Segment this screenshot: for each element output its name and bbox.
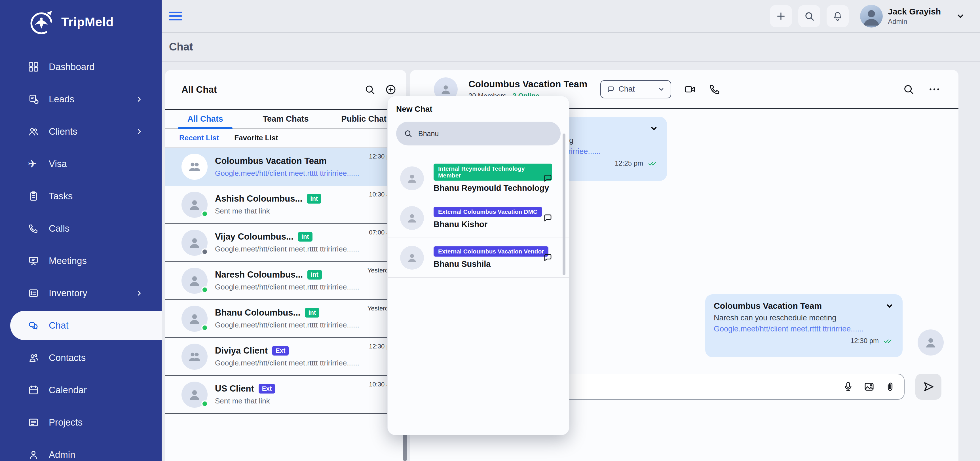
sidebar-item-visa[interactable]: ✈ Visa [0, 148, 162, 180]
chat-last-message: Sent me that link [215, 207, 321, 215]
chat-last-message: Google.meet/htt/client meet.rtttt ttriri… [215, 321, 359, 329]
chat-list-panel: All Chat All Chats Team Chats Public Cha… [165, 70, 406, 461]
contact-type-badge: Internal Reymould Technology Member [434, 164, 552, 181]
sidebar-item-label: Visa [49, 159, 67, 169]
message-options-chevron-icon[interactable] [649, 124, 659, 133]
chat-icon [28, 320, 39, 331]
user-name: Jack Grayish [888, 7, 941, 16]
start-chat-icon[interactable] [542, 173, 553, 184]
sidebar-item-tasks[interactable]: Tasks [0, 180, 162, 212]
new-chat-icon[interactable] [385, 84, 397, 95]
chat-name: Coloumbus Vacation Team [215, 156, 327, 166]
global-search-button[interactable] [798, 5, 820, 27]
modal-scrollbar[interactable] [563, 134, 565, 275]
sidebar-item-label: Admin [49, 449, 75, 460]
add-button[interactable] [770, 5, 792, 27]
sidebar-item-dashboard[interactable]: Dashboard [0, 51, 162, 83]
tab-all-chats[interactable]: All Chats [165, 110, 245, 128]
chat-list-item[interactable]: Ashish Coloumbus...Int Sent me that link… [165, 186, 406, 224]
start-chat-icon[interactable] [542, 252, 553, 263]
tripmeld-logo-icon [27, 8, 56, 36]
send-button[interactable] [915, 374, 942, 400]
contacts-icon [28, 352, 39, 364]
video-call-button[interactable] [684, 83, 696, 95]
sidebar-item-contacts[interactable]: Contacts [0, 342, 162, 374]
user-info[interactable]: Jack Grayish Admin [888, 7, 941, 25]
voice-call-button[interactable] [709, 83, 721, 95]
avatar-photo-icon [860, 5, 883, 27]
search-chats-icon[interactable] [364, 84, 376, 95]
chat-type-badge: Int [305, 308, 319, 318]
person-avatar-icon [186, 197, 203, 213]
chat-last-message: Google.meet/htt/client meet.rtttt ttriri… [215, 359, 359, 367]
new-chat-result[interactable]: External Coloumbus Vacation Vendor Bhanu… [388, 238, 569, 278]
modal-search-input[interactable] [418, 130, 553, 138]
page-title: Chat [169, 41, 193, 53]
user-avatar[interactable] [860, 5, 883, 27]
inventory-icon [28, 288, 39, 299]
message-options-chevron-icon[interactable] [885, 301, 894, 310]
bell-icon [832, 11, 843, 22]
attachment-icon[interactable] [884, 381, 896, 393]
read-receipt-icon [648, 160, 659, 167]
user-menu-chevron-icon[interactable] [956, 11, 965, 21]
calendar-icon [28, 385, 39, 396]
sidebar-item-clients[interactable]: Clients [0, 115, 162, 148]
sidebar-item-meetings[interactable]: Meetings [0, 245, 162, 277]
sidebar-item-label: Leads [49, 94, 74, 105]
person-avatar-icon [186, 310, 203, 327]
person-avatar-icon [923, 335, 939, 350]
chat-name: Naresh Coloumbus... [215, 270, 303, 280]
person-avatar-icon [405, 171, 419, 185]
sidebar-item-projects[interactable]: Projects [0, 406, 162, 439]
chat-list-item[interactable]: US ClientExt Sent me that link 10:30 am [165, 376, 406, 414]
mic-icon[interactable] [842, 381, 854, 393]
hamburger-menu-icon[interactable] [169, 10, 183, 23]
message-time: 12:25 pm [615, 159, 643, 167]
subtab-favorite-list[interactable]: Favorite List [234, 134, 278, 142]
sidebar-item-admin[interactable]: Admin [0, 439, 162, 461]
group-avatar-icon [186, 348, 203, 365]
contact-name: Bhanu Reymould Technology [434, 183, 552, 193]
projects-icon [28, 417, 39, 428]
chat-type-badge: Int [307, 194, 321, 203]
chat-list-header: All Chat [165, 70, 406, 110]
person-avatar-icon [438, 82, 453, 97]
page-title-bar: Chat [162, 33, 980, 62]
start-chat-icon[interactable] [542, 213, 553, 223]
user-role: Admin [888, 17, 941, 25]
modal-results: Internal Reymould Technology Member Bhan… [388, 159, 569, 278]
message-link[interactable]: Google.meet/htt/client meet.rtttt ttriri… [714, 324, 894, 334]
contact-name: Bhanu Kishor [434, 220, 542, 229]
chat-list-item[interactable]: Diviya ClientExt Google.meet/htt/client … [165, 338, 406, 376]
new-chat-result[interactable]: External Coloumbus Vacation DMC Bhanu Ki… [388, 198, 569, 238]
chat-list-item[interactable]: Vijay Coloumbus...Int Google.meet/htt/cl… [165, 224, 406, 262]
search-in-chat-button[interactable] [902, 83, 915, 95]
phone-icon [709, 83, 721, 95]
more-options-button[interactable] [927, 82, 942, 96]
tasks-icon [28, 191, 39, 202]
chat-type-badge: Ext [272, 346, 289, 356]
conversation-title: Coloumbus Vacation Team [468, 79, 587, 90]
chat-list-item[interactable]: Coloumbus Vacation Team Google.meet/htt/… [165, 148, 406, 186]
sidebar-item-calendar[interactable]: Calendar [0, 374, 162, 406]
sidebar-item-label: Inventory [49, 288, 88, 299]
chat-type-badge: Int [307, 270, 322, 280]
new-chat-result[interactable]: Internal Reymould Technology Member Bhan… [388, 159, 569, 198]
subtab-recent-list[interactable]: Recent List [179, 134, 219, 142]
brand-logo: TripMeld [0, 0, 162, 36]
sidebar-item-calls[interactable]: Calls [0, 212, 162, 245]
chat-tabs: All Chats Team Chats Public Chats [165, 110, 406, 129]
chat-name: US Client [215, 384, 254, 394]
sidebar-item-leads[interactable]: Leads [0, 83, 162, 115]
chat-mode-dropdown[interactable]: Chat [600, 80, 671, 99]
tab-team-chats[interactable]: Team Chats [245, 110, 326, 128]
message-time: 12:30 pm [850, 337, 879, 345]
notifications-button[interactable] [827, 5, 849, 27]
chat-list-item[interactable]: Bhanu Coloumbus...Int Google.meet/htt/cl… [165, 300, 406, 338]
sidebar-item-inventory[interactable]: Inventory [0, 277, 162, 309]
sidebar-item-chat[interactable]: Chat [0, 309, 162, 342]
chat-list-item[interactable]: Naresh Coloumbus...Int Google.meet/htt/c… [165, 262, 406, 300]
image-icon[interactable] [863, 381, 875, 393]
search-icon [404, 129, 413, 138]
